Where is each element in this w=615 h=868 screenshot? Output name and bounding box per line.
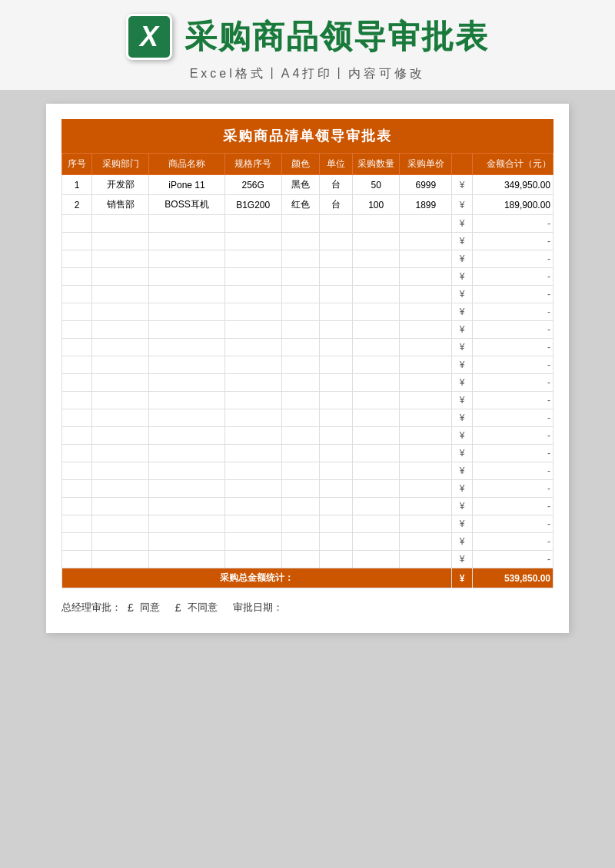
empty-name bbox=[149, 462, 224, 480]
empty-seq bbox=[62, 498, 92, 515]
empty-name bbox=[149, 321, 224, 339]
empty-price bbox=[400, 303, 452, 321]
empty-unit bbox=[319, 533, 352, 551]
empty-unit bbox=[319, 445, 352, 462]
total-cny: ¥ bbox=[452, 568, 473, 588]
empty-total: - bbox=[473, 409, 554, 427]
empty-dept bbox=[92, 480, 149, 498]
empty-price bbox=[400, 427, 452, 445]
empty-qty bbox=[352, 533, 400, 551]
empty-cny: ¥ bbox=[452, 462, 473, 480]
empty-total: - bbox=[473, 480, 554, 498]
cell-seq: 2 bbox=[62, 195, 92, 215]
empty-dept bbox=[92, 392, 149, 409]
cell-color: 红色 bbox=[281, 195, 319, 215]
empty-dept bbox=[92, 445, 149, 462]
empty-price bbox=[400, 515, 452, 533]
empty-unit bbox=[319, 515, 352, 533]
total-row: 采购总金额统计： ¥ 539,850.00 bbox=[62, 568, 554, 588]
table-row-empty: ¥ - bbox=[62, 356, 554, 374]
empty-spec bbox=[224, 409, 281, 427]
empty-seq bbox=[62, 215, 92, 233]
table-row-empty: ¥ - bbox=[62, 392, 554, 409]
empty-seq bbox=[62, 392, 92, 409]
empty-qty bbox=[352, 445, 400, 462]
empty-name bbox=[149, 427, 224, 445]
empty-unit bbox=[319, 498, 352, 515]
empty-unit bbox=[319, 392, 352, 409]
doc-title: 采购商品清单领导审批表 bbox=[62, 119, 554, 153]
empty-dept bbox=[92, 356, 149, 374]
table-row-empty: ¥ - bbox=[62, 374, 554, 392]
empty-name bbox=[149, 480, 224, 498]
empty-seq bbox=[62, 409, 92, 427]
empty-name bbox=[149, 409, 224, 427]
empty-qty bbox=[352, 409, 400, 427]
empty-price bbox=[400, 356, 452, 374]
table-row-empty: ¥ - bbox=[62, 462, 554, 480]
empty-color bbox=[281, 321, 319, 339]
empty-name bbox=[149, 445, 224, 462]
empty-unit bbox=[319, 303, 352, 321]
empty-seq bbox=[62, 339, 92, 356]
table-row-empty: ¥ - bbox=[62, 321, 554, 339]
empty-total: - bbox=[473, 286, 554, 303]
agree-label: 同意 bbox=[140, 601, 160, 615]
data-table: 序号 采购部门 商品名称 规格序号 颜色 单位 采购数量 采购单价 金额合计（元… bbox=[62, 153, 554, 588]
empty-color bbox=[281, 515, 319, 533]
empty-dept bbox=[92, 515, 149, 533]
table-row-empty: ¥ - bbox=[62, 233, 554, 250]
empty-name bbox=[149, 339, 224, 356]
empty-name bbox=[149, 374, 224, 392]
empty-seq bbox=[62, 462, 92, 480]
empty-cny: ¥ bbox=[452, 215, 473, 233]
empty-price bbox=[400, 480, 452, 498]
empty-color bbox=[281, 374, 319, 392]
empty-unit bbox=[319, 480, 352, 498]
empty-price bbox=[400, 268, 452, 286]
check2-symbol: £ bbox=[175, 601, 181, 614]
empty-qty bbox=[352, 250, 400, 268]
empty-total: - bbox=[473, 374, 554, 392]
empty-spec bbox=[224, 480, 281, 498]
empty-seq bbox=[62, 356, 92, 374]
empty-name bbox=[149, 498, 224, 515]
empty-color bbox=[281, 286, 319, 303]
empty-price bbox=[400, 551, 452, 568]
empty-qty bbox=[352, 480, 400, 498]
empty-total: - bbox=[473, 321, 554, 339]
empty-spec bbox=[224, 268, 281, 286]
table-row-empty: ¥ - bbox=[62, 480, 554, 498]
col-header-name: 商品名称 bbox=[149, 154, 224, 175]
empty-color bbox=[281, 250, 319, 268]
empty-seq bbox=[62, 551, 92, 568]
empty-spec bbox=[224, 427, 281, 445]
empty-cny: ¥ bbox=[452, 551, 473, 568]
cell-dept: 开发部 bbox=[92, 175, 149, 195]
cell-qty: 100 bbox=[352, 195, 400, 215]
empty-cny: ¥ bbox=[452, 533, 473, 551]
empty-dept bbox=[92, 374, 149, 392]
empty-color bbox=[281, 498, 319, 515]
empty-total: - bbox=[473, 462, 554, 480]
table-row-empty: ¥ - bbox=[62, 427, 554, 445]
empty-name bbox=[149, 515, 224, 533]
empty-qty bbox=[352, 215, 400, 233]
empty-price bbox=[400, 374, 452, 392]
empty-total: - bbox=[473, 250, 554, 268]
empty-cny: ¥ bbox=[452, 268, 473, 286]
col-header-total: 金额合计（元） bbox=[473, 154, 554, 175]
col-header-seq: 序号 bbox=[62, 154, 92, 175]
empty-qty bbox=[352, 286, 400, 303]
empty-seq bbox=[62, 515, 92, 533]
empty-spec bbox=[224, 515, 281, 533]
empty-dept bbox=[92, 498, 149, 515]
col-header-cny bbox=[452, 154, 473, 175]
empty-name bbox=[149, 392, 224, 409]
empty-dept bbox=[92, 303, 149, 321]
empty-unit bbox=[319, 356, 352, 374]
cell-color: 黑色 bbox=[281, 175, 319, 195]
empty-spec bbox=[224, 303, 281, 321]
empty-color bbox=[281, 445, 319, 462]
empty-price bbox=[400, 321, 452, 339]
